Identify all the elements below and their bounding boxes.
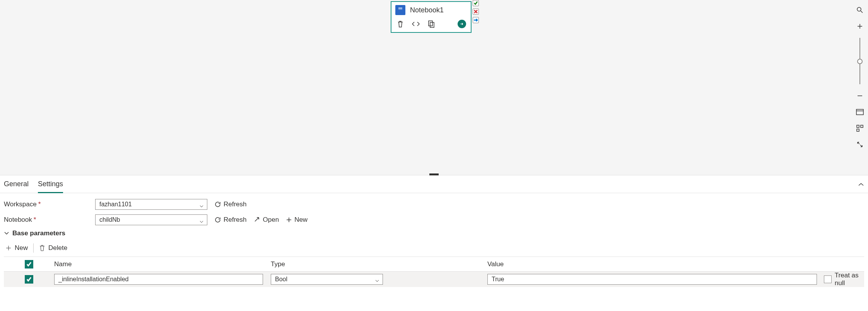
svg-point-5 (857, 7, 861, 11)
delete-param-button[interactable]: Delete (39, 244, 67, 252)
svg-rect-4 (430, 22, 434, 27)
workspace-select[interactable]: fazhan1101 (95, 199, 207, 210)
notebook-label: Notebook* (4, 216, 95, 224)
row-checkbox[interactable] (25, 275, 33, 284)
code-view-button[interactable] (412, 20, 420, 28)
tab-settings[interactable]: Settings (38, 175, 63, 193)
status-fail-icon[interactable] (473, 8, 479, 15)
refresh-workspace-button[interactable]: Refresh (214, 201, 247, 208)
base-parameters-section-toggle[interactable]: Base parameters (4, 229, 864, 237)
collapse-rail-button[interactable] (853, 138, 867, 151)
open-notebook-button[interactable]: Open (254, 216, 279, 224)
base-parameters-title: Base parameters (12, 229, 65, 237)
settings-panel: Workspace* fazhan1101 Refresh Notebook* … (0, 193, 868, 287)
zoom-slider-handle[interactable] (857, 59, 863, 64)
status-skip-icon[interactable] (473, 17, 479, 23)
search-canvas-button[interactable] (853, 3, 867, 17)
notebook-select[interactable]: childNb (95, 214, 207, 225)
notebook-activity-title: Notebook1 (410, 6, 444, 14)
properties-tab-strip: General Settings (0, 175, 868, 193)
toolbar-divider (33, 243, 34, 253)
col-name-header: Name (54, 260, 271, 268)
auto-align-button[interactable] (853, 121, 867, 135)
treat-as-null-label: Treat as null (835, 272, 868, 287)
svg-rect-6 (856, 109, 863, 115)
param-name-input[interactable]: _inlineInstallationEnabled (54, 274, 263, 285)
notebook-icon (395, 5, 405, 15)
run-activity-button[interactable] (458, 20, 466, 28)
fit-to-screen-button[interactable] (853, 105, 867, 119)
refresh-notebook-button[interactable]: Refresh (214, 216, 247, 224)
new-param-button[interactable]: New (5, 244, 28, 252)
svg-rect-2 (398, 9, 402, 10)
select-all-checkbox[interactable] (25, 260, 33, 269)
tab-general[interactable]: General (4, 175, 29, 193)
param-row: _inlineInstallationEnabled Bool True Tre… (4, 272, 864, 287)
param-type-select[interactable]: Bool (271, 274, 383, 285)
treat-as-null-checkbox[interactable] (824, 275, 832, 283)
chevron-down-icon (375, 277, 379, 284)
zoom-in-button[interactable] (853, 19, 867, 33)
activity-status-column (473, 0, 480, 23)
delete-activity-button[interactable] (396, 20, 405, 28)
svg-rect-3 (429, 21, 432, 26)
params-grid-header: Name Type Value (4, 257, 864, 272)
status-success-icon[interactable] (473, 0, 479, 6)
notebook-activity-node[interactable]: Notebook1 (391, 1, 472, 33)
chevron-down-icon (199, 218, 204, 226)
svg-rect-9 (857, 129, 859, 131)
pipeline-canvas[interactable]: Notebook1 (0, 0, 868, 175)
new-notebook-button[interactable]: New (286, 216, 308, 224)
collapse-panel-button[interactable] (858, 181, 864, 189)
param-value-input[interactable]: True (487, 274, 817, 285)
workspace-label: Workspace* (4, 201, 95, 208)
chevron-down-icon (199, 202, 204, 210)
col-value-header: Value (487, 260, 824, 268)
svg-rect-8 (861, 125, 863, 127)
svg-rect-7 (857, 125, 859, 127)
copy-activity-button[interactable] (427, 20, 436, 28)
zoom-slider[interactable] (859, 38, 860, 84)
svg-rect-1 (398, 8, 402, 8)
col-type-header: Type (271, 260, 487, 268)
zoom-out-button[interactable] (853, 89, 867, 103)
